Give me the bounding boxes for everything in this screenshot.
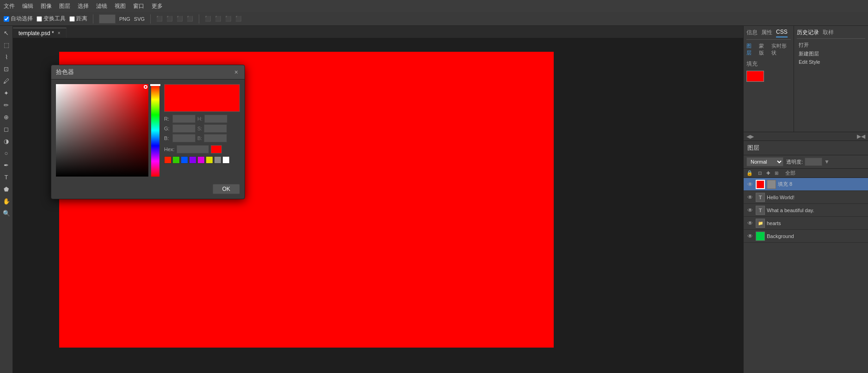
g-input[interactable]: 0 [172, 124, 196, 133]
brightness-input[interactable]: 100% [204, 134, 227, 142]
layer-visibility-icon[interactable]: 👁 [746, 220, 754, 227]
layer-item[interactable]: 👁 T What a beautiful day. [744, 204, 868, 217]
color-gradient-picker[interactable] [56, 84, 148, 177]
tab-properties[interactable]: 属性 [761, 29, 772, 37]
layer-visibility-icon[interactable]: 👁 [746, 232, 754, 240]
hex-input[interactable]: ff0000 [177, 145, 209, 153]
tool-clone[interactable]: ⊕ [1, 112, 12, 122]
opacity-input[interactable]: 100% [805, 158, 822, 166]
tool-select[interactable]: ⬚ [1, 40, 12, 50]
sub-tab-mask[interactable]: 蒙版 [759, 43, 769, 56]
layer-item[interactable]: 👁 📁 hearts [744, 217, 868, 230]
tool-lasso[interactable]: ⌇ [1, 52, 12, 62]
tool-crop[interactable]: ⊡ [1, 64, 12, 74]
hex-label: Hex: [164, 147, 175, 152]
history-item-new-layer[interactable]: 新建图层 [797, 49, 865, 58]
swatch-blue[interactable] [181, 156, 188, 164]
hue-strip-picker[interactable] [151, 84, 159, 177]
menu-item-file[interactable]: 文件 [4, 2, 15, 10]
menu-item-select[interactable]: 选择 [78, 2, 89, 10]
gradient-cursor [144, 85, 147, 89]
lock-all-label[interactable]: 全部 [785, 170, 795, 177]
menu-item-edit[interactable]: 编辑 [22, 2, 33, 10]
tool-zoom[interactable]: 🔍 [1, 208, 12, 218]
swatch-gray[interactable] [214, 156, 221, 164]
lock-pixels-icon[interactable]: ⊡ [757, 170, 763, 177]
fill-label: 填充 [746, 60, 760, 68]
swatch-red[interactable] [164, 156, 171, 164]
align-right-button[interactable]: ⬛ [177, 16, 183, 22]
tool-brush[interactable]: ✏ [1, 100, 12, 110]
ok-button[interactable]: OK [213, 184, 240, 194]
layer-thumbnail [756, 180, 765, 189]
tab-css[interactable]: CSS [776, 29, 788, 37]
auto-select-toggle[interactable]: 自动选择 [4, 15, 33, 23]
layer-item[interactable]: 👁 填充 8 [744, 178, 868, 191]
s-input[interactable]: 100% [204, 124, 227, 133]
dialog-close-button[interactable]: × [232, 68, 240, 76]
layer-visibility-icon[interactable]: 👁 [746, 207, 754, 214]
tool-gradient[interactable]: ◑ [1, 136, 12, 146]
collapse-right-icon[interactable]: ▶◀ [857, 133, 865, 140]
sub-tab-layer[interactable]: 图层 [746, 43, 756, 56]
menu-item-image[interactable]: 图像 [41, 2, 52, 10]
layer-visibility-icon[interactable]: 👁 [746, 194, 754, 201]
align-top-button[interactable]: ⬛ [187, 16, 193, 22]
tool-dodge[interactable]: ○ [1, 148, 12, 158]
swatch-magenta[interactable] [197, 156, 205, 164]
swatch-yellow[interactable] [206, 156, 213, 164]
lock-icons-row: 🔒 ⊡ ✚ ⊞ 全部 [744, 169, 868, 178]
format-svg[interactable]: SVG [134, 16, 145, 22]
layer-type-icon: T [756, 206, 765, 215]
fill-color-swatch[interactable] [746, 71, 764, 82]
zoom-selector[interactable]: 1x [99, 14, 116, 24]
arrange-button-4[interactable]: ⬛ [235, 16, 242, 22]
arrange-button-2[interactable]: ⬛ [215, 16, 221, 22]
menu-item-filter[interactable]: 滤镜 [96, 2, 107, 10]
arrange-button-1[interactable]: ⬛ [205, 16, 211, 22]
tab-close-icon[interactable]: × [58, 31, 61, 36]
swatch-green[interactable] [172, 156, 180, 164]
menu-item-layer[interactable]: 图层 [59, 2, 70, 10]
align-left-button[interactable]: ⬛ [156, 16, 163, 22]
tab-samples[interactable]: 取样 [823, 29, 834, 37]
arrange-button-3[interactable]: ⬛ [225, 16, 232, 22]
blend-mode-select[interactable]: Normal [746, 157, 783, 166]
tool-hand[interactable]: ✋ [1, 196, 12, 206]
swatch-purple[interactable] [189, 156, 196, 164]
color-picker-dialog[interactable]: 拾色器 × R: 255 [51, 65, 245, 199]
transform-tool-toggle[interactable]: 变换工具 [37, 15, 66, 23]
tool-shape[interactable]: ⬟ [1, 184, 12, 194]
tool-spot-heal[interactable]: ✦ [1, 88, 12, 98]
align-center-button[interactable]: ⬛ [166, 16, 173, 22]
history-item-open[interactable]: 打开 [797, 41, 865, 49]
lock-position-icon[interactable]: ✚ [765, 170, 771, 177]
swatch-white[interactable] [222, 156, 230, 164]
collapse-left-icon[interactable]: ◀▶ [746, 134, 754, 140]
tab-info[interactable]: 信息 [746, 29, 758, 37]
tab-history[interactable]: 历史记录 [797, 29, 819, 37]
distance-toggle[interactable]: 距离 [69, 15, 87, 23]
layer-visibility-icon[interactable]: 👁 [746, 181, 754, 188]
tab-template-psd[interactable]: template.psd * × [13, 28, 67, 38]
menu-item-window[interactable]: 窗口 [133, 2, 144, 10]
layer-group-icon: 📁 [756, 219, 765, 228]
sub-tab-live-shape[interactable]: 实时形状 [771, 43, 791, 56]
tool-eraser[interactable]: ◻ [1, 124, 12, 134]
menu-item-view[interactable]: 视图 [115, 2, 126, 10]
zoom-input[interactable]: 1x [99, 14, 116, 24]
tool-text[interactable]: T [1, 172, 12, 182]
tool-pen[interactable]: ✒ [1, 160, 12, 170]
lock-all-icon[interactable]: ⊞ [773, 170, 780, 177]
layer-item[interactable]: 👁 Background [744, 230, 868, 243]
opacity-dropdown-icon[interactable]: ▼ [824, 159, 830, 165]
layer-item[interactable]: 👁 T Hello World! [744, 191, 868, 204]
h-input[interactable]: 0° [204, 115, 227, 123]
r-input[interactable]: 255 [172, 115, 196, 123]
tool-eyedropper[interactable]: 🖊 [1, 76, 12, 86]
tool-move[interactable]: ↖ [1, 28, 12, 38]
b-input[interactable]: 0 [172, 134, 196, 142]
history-item-edit-style[interactable]: Edit Style [797, 58, 865, 66]
format-png[interactable]: PNG [119, 16, 130, 22]
menu-item-more[interactable]: 更多 [152, 2, 163, 10]
